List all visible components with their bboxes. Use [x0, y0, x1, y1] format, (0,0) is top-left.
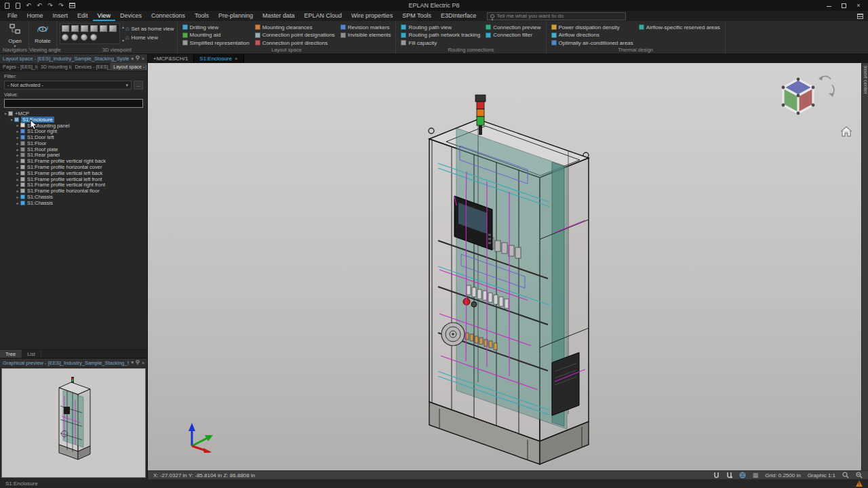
viewpoint-sphere-icon[interactable] — [71, 34, 78, 41]
tree-item-s1-chassis[interactable]: ▸S1:Chassis — [0, 200, 147, 206]
rotate-button[interactable]: Rotate — [32, 23, 54, 44]
menu-tab-devices[interactable]: Devices — [115, 11, 146, 21]
tree-expander-icon[interactable]: ▸ — [15, 165, 20, 169]
tree-expander-icon[interactable]: ▸ — [15, 195, 20, 199]
tree-expander-icon[interactable]: ▸ — [15, 201, 20, 205]
tree-expander-icon[interactable]: ▾ — [9, 117, 14, 122]
viewpoint-cube-icon[interactable] — [109, 25, 117, 32]
navigator-tab-devices-ees-in[interactable]: Devices - [EES]_In... — [72, 63, 111, 70]
optimally-air-conditioned-areas-button[interactable]: Optimally air-conditioned areas — [551, 39, 633, 46]
menu-tab-spm-tools[interactable]: SPM Tools — [397, 11, 436, 21]
simplified-representation-button[interactable]: Simplified representation — [182, 39, 250, 46]
object-snap-icon[interactable] — [726, 472, 732, 479]
menu-tab-edit[interactable]: Edit — [73, 11, 93, 21]
connection-filter-button[interactable]: Connection filter — [486, 32, 540, 39]
viewpoint-sphere-icon[interactable] — [90, 34, 97, 41]
home-view-icon[interactable] — [840, 125, 853, 138]
tab-tree[interactable]: Tree — [0, 350, 22, 358]
viewpoint-cube-icon[interactable] — [90, 25, 98, 32]
tree-expander-icon[interactable]: ▸ — [15, 152, 20, 157]
tree-item-s1-enclosure[interactable]: ▾S1:Enclosure — [0, 117, 147, 123]
menu-tab-connections[interactable]: Connections — [146, 11, 190, 21]
tree-item-s1-mounting-panel[interactable]: ▸S1:Mounting panel — [0, 123, 147, 129]
preview-pin-icon[interactable] — [136, 360, 140, 366]
viewpoint-scroll-arrows[interactable]: ▴▾ — [122, 23, 124, 44]
viewport-3d[interactable]: Insert center — [148, 63, 868, 470]
zoom-out-icon[interactable] — [856, 472, 863, 479]
globe-icon[interactable] — [739, 472, 746, 479]
tree-expander-icon[interactable]: ▸ — [15, 159, 20, 163]
close-tab-icon[interactable]: × — [235, 56, 238, 62]
tree-item-s1-frame-profile-horizontal-cover[interactable]: ▸S1:Frame profile horizontal cover — [0, 164, 147, 170]
tree-item-s1-chassis[interactable]: ▸S1:Chassis — [0, 194, 147, 200]
tree-item-s1-door-left[interactable]: ▸S1:Door left — [0, 134, 147, 140]
viewpoint-cube-icon[interactable] — [62, 25, 69, 32]
menu-tab-file[interactable]: File — [3, 11, 22, 21]
tree-expander-icon[interactable]: ▸ — [15, 141, 20, 146]
tree-item-s1-floor[interactable]: ▸S1:Floor — [0, 140, 147, 146]
search-box[interactable]: Tell me what you want to do — [487, 12, 626, 20]
drilling-view-button[interactable]: Drilling view — [182, 24, 250, 30]
tree-item-s1-door-right[interactable]: ▸S1:Door right — [0, 128, 147, 134]
set-as-home-view-button[interactable]: ⌂Set as home view — [125, 25, 174, 32]
viewpoint-sphere-icon[interactable] — [62, 34, 68, 41]
viewpoint-sphere-icon[interactable] — [81, 34, 87, 41]
filter-more-button[interactable]: ... — [134, 81, 143, 89]
menu-tab-home[interactable]: Home — [22, 11, 48, 21]
value-input[interactable] — [4, 99, 143, 108]
fill-capacity-button[interactable]: Fill capacity — [401, 39, 480, 46]
menu-tab-master-data[interactable]: Master data — [258, 11, 300, 21]
doc-tab-s1-enclosure[interactable]: S1:Enclosure× — [194, 54, 243, 63]
new-document-icon[interactable] — [3, 1, 11, 9]
connection-point-directions-button[interactable]: Connection point directions — [255, 39, 335, 46]
tree-expander-icon[interactable]: ▸ — [15, 188, 20, 193]
filter-select[interactable]: - Not activated - ▾ — [4, 81, 132, 89]
insert-center-tab[interactable]: Insert center — [861, 63, 868, 470]
redo-list-icon[interactable]: ↷ — [57, 1, 65, 9]
tree-expander-icon[interactable]: ▸ — [15, 177, 20, 182]
tree-item-s1-rear-panel[interactable]: ▸S1:Rear panel — [0, 152, 147, 159]
tree-item-s1-frame-profile-horizontal-floor[interactable]: ▸S1:Frame profile horizontal floor — [0, 188, 147, 194]
zoom-in-icon[interactable] — [842, 472, 849, 479]
preview-dropdown-icon[interactable]: ▾ — [131, 360, 134, 365]
tree-item-s1-frame-profile-vertical-right-back[interactable]: ▸S1:Frame profile vertical right back — [0, 158, 147, 164]
menu-tab-tools[interactable]: Tools — [190, 11, 214, 21]
tree-expander-icon[interactable]: ▸ — [15, 147, 20, 152]
connection-point-designations-button[interactable]: Connection point designations — [255, 32, 335, 39]
tree-item-s1-roof-plate[interactable]: ▸S1:Roof plate — [0, 146, 147, 152]
tree-item-s1-frame-profile-vertical-left-front[interactable]: ▸S1:Frame profile vertical left front — [0, 176, 147, 182]
minimize-button[interactable] — [822, 1, 835, 10]
warning-icon[interactable] — [856, 481, 863, 487]
mounting-clearances-button[interactable]: Mounting clearances — [255, 24, 335, 30]
menu-tab-view[interactable]: View — [93, 11, 115, 21]
tree-item-s1-frame-profile-vertical-left-back[interactable]: ▸S1:Frame profile vertical left back — [0, 170, 147, 176]
tree-expander-icon[interactable]: ▸ — [15, 123, 20, 127]
tree-expander-icon[interactable]: ▾ — [3, 111, 8, 116]
airflow-specific-reserved-areas-button[interactable]: Airflow-specific reserved areas — [639, 24, 720, 30]
revision-markers-button[interactable]: Revision markers — [340, 24, 391, 30]
power-dissipation-density-button[interactable]: Power dissipation density — [551, 24, 633, 30]
customize-quick-access-icon[interactable] — [68, 1, 76, 9]
maximize-button[interactable] — [837, 1, 850, 10]
menu-tab-e3dinterface[interactable]: E3DInterface — [436, 11, 481, 21]
airflow-directions-button[interactable]: Airflow directions — [551, 32, 633, 39]
grid-toggle-icon[interactable]: ▦ — [753, 472, 759, 479]
viewpoint-cube-icon[interactable] — [81, 25, 88, 32]
menu-tab-insert[interactable]: Insert — [48, 11, 73, 21]
viewpoint-cube-icon[interactable] — [71, 25, 79, 32]
menu-tab-pre-planning[interactable]: Pre-planning — [214, 11, 258, 21]
routing-path-network-tracking-button[interactable]: Routing path network tracking — [401, 32, 480, 39]
preview-close-icon[interactable]: × — [142, 361, 144, 365]
navigator-tab-pages-ees-ind[interactable]: Pages - [EES]_Ind... — [0, 63, 38, 70]
close-button[interactable]: × — [852, 1, 865, 10]
tree-expander-icon[interactable]: ▸ — [15, 182, 20, 187]
snap-icon[interactable] — [713, 472, 719, 479]
undo-icon[interactable]: ↶ — [24, 1, 33, 9]
redo-icon[interactable]: ↷ — [46, 1, 54, 9]
navigator-tab-layout-space-e[interactable]: Layout space - [E... — [111, 63, 147, 70]
panel-close-icon[interactable]: × — [142, 56, 144, 61]
panel-pin-icon[interactable] — [136, 56, 140, 62]
doc-tab-mcp-sch-1[interactable]: +MCP&SCH/1 — [148, 54, 194, 63]
tab-list[interactable]: List — [22, 350, 41, 358]
invisible-elements-button[interactable]: Invisible elements — [340, 32, 391, 39]
